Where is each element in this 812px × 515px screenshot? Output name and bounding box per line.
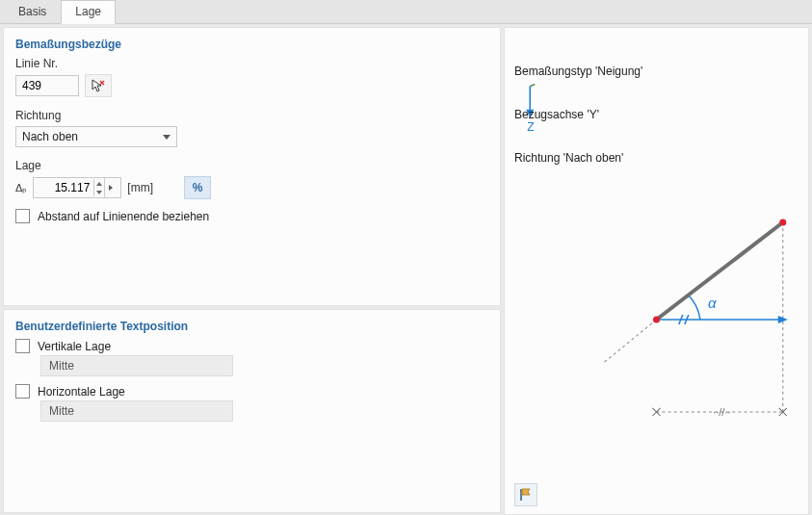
preview-line2: Bezugsachse 'Y': [514, 108, 642, 122]
svg-point-18: [653, 316, 660, 322]
delta-input[interactable]: [34, 180, 93, 195]
endpoint-checkbox[interactable]: [15, 209, 30, 223]
spinner-go-icon[interactable]: [104, 178, 117, 197]
svg-text:··//··: ··//··: [713, 406, 731, 418]
vertical-checkbox[interactable]: [15, 339, 30, 353]
delta-symbol: Δₚ: [15, 182, 27, 194]
vertical-value: Mitte: [49, 359, 74, 373]
svg-text:α: α: [708, 295, 717, 311]
direction-label: Richtung: [15, 109, 488, 122]
preview-tool-button[interactable]: [514, 483, 537, 506]
vertical-value-field: Mitte: [40, 355, 233, 376]
references-title: Bemaßungsbezüge: [15, 38, 488, 51]
tabbar: Basis Lage: [0, 0, 812, 24]
line-number-label: Linie Nr.: [15, 57, 488, 70]
pick-line-button[interactable]: [85, 74, 112, 97]
svg-line-17: [657, 222, 783, 320]
horizontal-checkbox[interactable]: [15, 384, 30, 399]
svg-point-19: [779, 219, 786, 225]
preview-panel: Bemaßungstyp 'Neigung' Bezugsachse 'Y' R…: [504, 27, 809, 515]
tab-lage[interactable]: Lage: [61, 0, 116, 24]
preview-line3: Richtung 'Nach oben': [514, 151, 642, 166]
textpos-title: Benutzerdefinierte Textposition: [15, 320, 488, 333]
line-number-input[interactable]: [15, 75, 79, 96]
horizontal-value-field: Mitte: [40, 400, 233, 422]
tab-basis[interactable]: Basis: [4, 0, 61, 23]
position-label: Lage: [15, 159, 488, 172]
horizontal-value: Mitte: [49, 404, 74, 418]
preview-line1: Bemaßungstyp 'Neigung': [514, 64, 642, 79]
percent-button[interactable]: %: [184, 176, 211, 199]
panel-references: Bemaßungsbezüge Linie Nr. Richtung Nach …: [3, 27, 501, 306]
direction-value: Nach oben: [22, 130, 78, 143]
flag-icon: [518, 487, 534, 502]
cursor-pick-icon: [91, 78, 106, 93]
direction-dropdown[interactable]: Nach oben: [15, 126, 177, 147]
endpoint-checkbox-label: Abstand auf Linienende beziehen: [38, 210, 209, 223]
spinner-down-icon[interactable]: [93, 188, 104, 196]
unit-label: [mm]: [127, 181, 153, 194]
svg-line-4: [603, 320, 657, 363]
delta-spinner[interactable]: [33, 177, 121, 198]
panel-textposition: Benutzerdefinierte Textposition Vertikal…: [3, 309, 501, 513]
chevron-down-icon: [163, 135, 170, 140]
horizontal-label: Horizontale Lage: [38, 385, 125, 399]
vertical-label: Vertikale Lage: [38, 340, 111, 353]
preview-info: Bemaßungstyp 'Neigung' Bezugsachse 'Y' R…: [514, 36, 642, 194]
spinner-up-icon[interactable]: [93, 179, 104, 188]
